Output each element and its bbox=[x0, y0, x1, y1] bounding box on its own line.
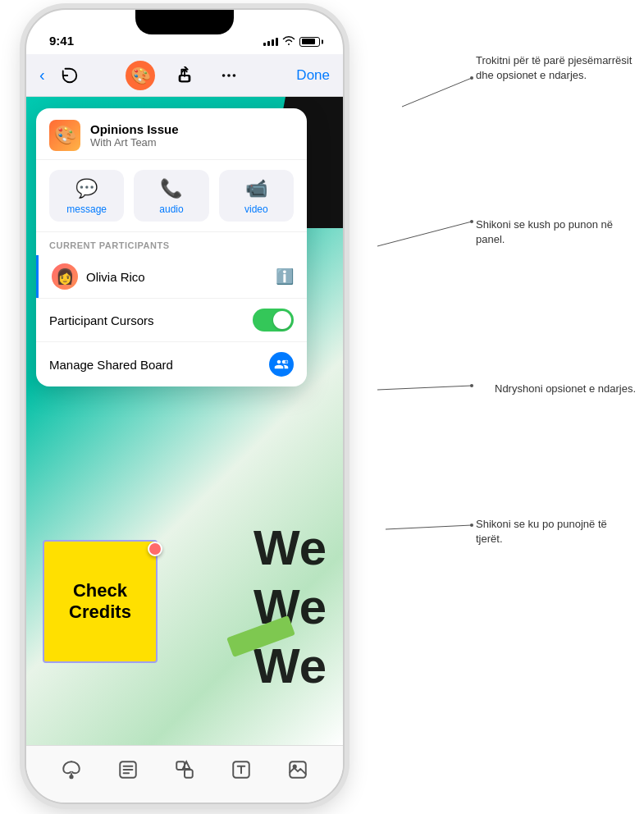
shapes-tool[interactable] bbox=[170, 755, 199, 784]
svg-line-14 bbox=[377, 222, 472, 246]
annotation-2: Shikoni se kush po punon në panel. bbox=[476, 217, 636, 247]
participant-cursors-label: Participant Cursors bbox=[49, 313, 253, 327]
annotation-1: Trokitni për të parë pjesëmarrësit dhe o… bbox=[476, 53, 636, 83]
participant-cursors-toggle[interactable] bbox=[253, 309, 294, 332]
participant-avatar: 👩 bbox=[52, 263, 78, 290]
svg-line-16 bbox=[377, 386, 472, 390]
board-title: Opinions Issue bbox=[90, 122, 179, 136]
annotation-3: Ndryshoni opsionet e ndarjes. bbox=[495, 382, 636, 396]
list-tool[interactable] bbox=[113, 755, 143, 784]
status-time: 9:41 bbox=[49, 34, 74, 48]
active-tool-button[interactable]: 🎨 bbox=[126, 61, 155, 90]
board-subtitle: With Art Team bbox=[90, 136, 179, 149]
manage-shared-board-label: Manage Shared Board bbox=[49, 358, 269, 372]
undo-button[interactable] bbox=[55, 61, 84, 90]
bottom-toolbar bbox=[26, 745, 343, 803]
popup-header: 🎨 Opinions Issue With Art Team bbox=[36, 108, 307, 160]
svg-point-19 bbox=[470, 524, 473, 527]
action-buttons-row: 💬 message 📞 audio 📹 video bbox=[36, 160, 307, 232]
section-title: CURRENT PARTICIPANTS bbox=[36, 232, 307, 255]
audio-button[interactable]: 📞 audio bbox=[134, 170, 208, 222]
manage-shared-board-row[interactable]: Manage Shared Board bbox=[36, 341, 307, 386]
sticky-note: Check Credits bbox=[43, 540, 158, 663]
info-icon[interactable]: ℹ️ bbox=[276, 268, 294, 286]
back-button[interactable]: ‹ bbox=[39, 66, 45, 85]
video-label: video bbox=[244, 204, 268, 215]
message-label: message bbox=[66, 204, 107, 215]
svg-point-1 bbox=[222, 74, 226, 77]
svg-point-3 bbox=[233, 74, 236, 77]
participant-name: Olivia Rico bbox=[86, 270, 267, 284]
participant-row: 👩 Olivia Rico ℹ️ bbox=[36, 255, 307, 298]
annotation-area: Trokitni për të parë pjesëmarrësit dhe o… bbox=[328, 8, 644, 814]
text-tool[interactable] bbox=[226, 755, 256, 784]
svg-rect-8 bbox=[185, 770, 193, 778]
audio-label: audio bbox=[159, 204, 183, 215]
more-button[interactable] bbox=[214, 61, 244, 90]
video-icon: 📹 bbox=[245, 178, 267, 199]
participant-cursors-row: Participant Cursors bbox=[36, 298, 307, 341]
annotation-line-4 bbox=[328, 484, 644, 550]
manage-shared-board-icon bbox=[269, 352, 294, 377]
notch bbox=[135, 10, 234, 34]
svg-line-18 bbox=[386, 525, 472, 529]
done-button[interactable]: Done bbox=[296, 67, 330, 84]
participant-cursor bbox=[148, 542, 162, 556]
sharing-popup: 🎨 Opinions Issue With Art Team 💬 message… bbox=[36, 108, 307, 386]
svg-point-13 bbox=[470, 76, 473, 80]
signal-icon bbox=[263, 38, 278, 46]
message-button[interactable]: 💬 message bbox=[49, 170, 124, 222]
audio-icon: 📞 bbox=[160, 178, 182, 199]
svg-point-2 bbox=[227, 74, 231, 77]
phone-frame: 9:41 ‹ bbox=[25, 8, 345, 804]
message-icon: 💬 bbox=[75, 178, 98, 199]
share-button[interactable] bbox=[170, 61, 199, 90]
main-toolbar: ‹ 🎨 bbox=[26, 54, 343, 97]
participants-section: CURRENT PARTICIPANTS 👩 Olivia Rico ℹ️ bbox=[36, 232, 307, 298]
annotation-line-2 bbox=[328, 172, 644, 271]
svg-point-15 bbox=[470, 220, 473, 223]
annotation-line-1 bbox=[328, 8, 644, 172]
lasso-tool[interactable] bbox=[57, 755, 86, 784]
svg-line-12 bbox=[402, 78, 472, 107]
image-tool[interactable] bbox=[283, 755, 313, 784]
svg-point-17 bbox=[470, 384, 473, 387]
video-button[interactable]: 📹 video bbox=[219, 170, 294, 222]
board-avatar: 🎨 bbox=[49, 120, 80, 151]
annotation-line-3 bbox=[328, 345, 644, 410]
canvas-text: We We We bbox=[253, 519, 327, 696]
wifi-icon bbox=[282, 35, 295, 48]
annotation-4: Shikoni se ku po punojnë të tjerët. bbox=[476, 517, 636, 546]
battery-icon bbox=[299, 37, 320, 47]
status-icons bbox=[263, 35, 320, 48]
